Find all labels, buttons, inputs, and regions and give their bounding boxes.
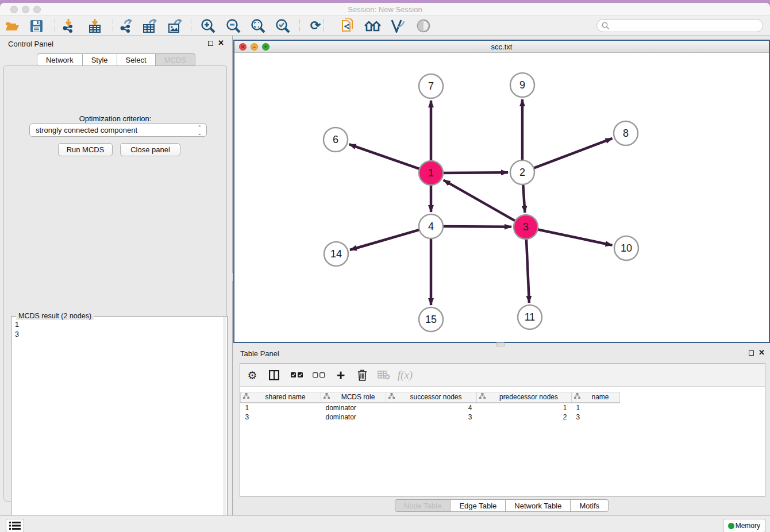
deselect-all-icon[interactable]	[310, 367, 328, 383]
float-panel-icon[interactable]	[208, 41, 213, 46]
cell-name[interactable]: 1	[572, 403, 620, 413]
control-panel: Control Panel ✕ NetworkStyleSelectMCDS O…	[0, 36, 232, 515]
export-table-icon[interactable]	[141, 18, 159, 34]
node-table[interactable]: shared nameMCDS rolesuccessor nodesprede…	[240, 392, 620, 422]
open-file-icon[interactable]	[3, 18, 21, 34]
optimization-criterion-select[interactable]: strongly connected component ⌃⌄	[29, 124, 207, 137]
tab-edge-table[interactable]: Edge Table	[451, 499, 506, 512]
table-toolbar: ⚙ + f	[240, 364, 765, 387]
table-settings-gear-icon[interactable]: ⚙	[244, 367, 261, 383]
svg-text:2: 2	[519, 167, 525, 178]
tab-network-table[interactable]: Network Table	[506, 499, 571, 512]
new-network-from-selection-icon[interactable]	[339, 18, 356, 34]
cell-predecessor-nodes[interactable]: 1	[477, 403, 572, 413]
edge-2-8[interactable]	[533, 138, 613, 168]
network-window-titlebar[interactable]: ✕ − + scc.txt	[234, 41, 769, 53]
edge-3-11[interactable]	[526, 238, 529, 303]
cell-MCDS-role[interactable]: dominator	[321, 413, 386, 422]
add-column-icon[interactable]: +	[332, 367, 349, 383]
edge-3-1[interactable]	[444, 180, 517, 221]
tab-style[interactable]: Style	[83, 53, 117, 66]
status-bar: Memory	[0, 515, 770, 532]
zoom-in-icon[interactable]	[199, 18, 217, 34]
function-builder-icon[interactable]: f(x)	[396, 367, 414, 383]
cell-predecessor-nodes[interactable]: 2	[477, 413, 572, 422]
tab-node-table[interactable]: Node Table	[395, 499, 451, 512]
select-all-icon[interactable]	[288, 367, 306, 383]
cell-name[interactable]: 3	[572, 413, 620, 422]
edge-4-14[interactable]	[350, 229, 421, 250]
mcds-panel: Optimization criterion: strongly connect…	[3, 65, 227, 502]
cell-shared-name[interactable]: 3	[241, 413, 321, 422]
edge-1-6[interactable]	[349, 144, 421, 169]
save-session-icon[interactable]	[28, 18, 45, 34]
edge-2-3[interactable]	[523, 183, 525, 213]
run-mcds-button[interactable]: Run MCDS	[58, 143, 113, 156]
graph-node-6[interactable]: 6	[324, 128, 348, 152]
svg-text:7: 7	[428, 80, 434, 92]
zoom-fit-icon[interactable]	[249, 18, 267, 34]
memory-status-icon	[728, 523, 734, 529]
task-history-button[interactable]	[6, 519, 24, 532]
graph-node-8[interactable]: 8	[614, 121, 638, 145]
close-panel-button[interactable]: Close panel	[120, 143, 180, 156]
search-input[interactable]	[596, 19, 763, 32]
cell-MCDS-role[interactable]: dominator	[321, 403, 386, 413]
delete-table-icon[interactable]	[375, 367, 392, 383]
column-header-name[interactable]: name	[572, 392, 620, 403]
refresh-icon[interactable]: ⟳	[307, 18, 324, 34]
memory-button[interactable]: Memory	[723, 519, 765, 532]
import-table-icon[interactable]	[86, 18, 103, 34]
svg-text:1: 1	[428, 167, 434, 179]
tab-network[interactable]: Network	[37, 53, 83, 66]
column-visibility-icon[interactable]	[265, 367, 283, 383]
graph-node-2[interactable]: 2	[510, 160, 534, 184]
export-network-icon[interactable]	[117, 18, 134, 34]
edge-3-10[interactable]	[537, 229, 613, 245]
edge-4-3[interactable]	[442, 226, 511, 227]
table-panel: Table Panel ✕ ⚙ +	[233, 345, 770, 515]
graph-node-3[interactable]: 3	[514, 215, 538, 239]
mcds-result-text[interactable]: 1 3	[15, 320, 19, 340]
column-header-shared-name[interactable]: shared name	[241, 392, 321, 403]
export-image-icon[interactable]	[167, 18, 184, 34]
close-panel-icon[interactable]: ✕	[218, 38, 224, 47]
toolbar-separator	[299, 20, 300, 32]
zoom-out-icon[interactable]	[225, 18, 242, 34]
zoom-selected-icon[interactable]	[274, 18, 291, 34]
edge-1-2[interactable]	[442, 172, 508, 173]
graph-node-4[interactable]: 4	[419, 214, 443, 238]
table-float-icon[interactable]	[749, 350, 754, 356]
vizmapper-icon[interactable]	[389, 18, 406, 34]
delete-column-trash-icon[interactable]	[353, 367, 371, 383]
import-network-icon[interactable]	[60, 18, 77, 34]
tab-motifs[interactable]: Motifs	[571, 499, 609, 512]
cell-shared-name[interactable]: 1	[241, 403, 321, 413]
cell-successor-nodes[interactable]: 4	[386, 403, 477, 413]
control-panel-header: Control Panel ✕	[0, 36, 232, 52]
graph-node-1[interactable]: 1	[419, 161, 443, 185]
graph-node-7[interactable]: 7	[419, 74, 443, 98]
table-row[interactable]: 1dominator411	[241, 403, 620, 413]
column-header-predecessor-nodes[interactable]: predecessor nodes	[477, 392, 572, 403]
column-header-MCDS-role[interactable]: MCDS role	[321, 392, 386, 403]
svg-text:11: 11	[525, 311, 536, 323]
graph-node-9[interactable]: 9	[510, 73, 534, 97]
tab-mcds[interactable]: MCDS	[156, 53, 195, 66]
column-header-successor-nodes[interactable]: successor nodes	[386, 392, 477, 403]
tab-select[interactable]: Select	[117, 53, 156, 66]
graph-node-15[interactable]: 15	[419, 307, 443, 331]
graph-node-14[interactable]: 14	[324, 242, 348, 266]
cell-successor-nodes[interactable]: 3	[386, 413, 477, 422]
table-close-icon[interactable]: ✕	[759, 348, 765, 357]
svg-text:9: 9	[519, 79, 525, 91]
table-row[interactable]: 3dominator323	[241, 413, 620, 422]
graph-node-10[interactable]: 10	[614, 236, 638, 260]
network-canvas[interactable]: 7968124314101511	[234, 53, 769, 342]
svg-text:3: 3	[523, 221, 529, 233]
graph-node-11[interactable]: 11	[518, 305, 542, 329]
main-area: Control Panel ✕ NetworkStyleSelectMCDS O…	[0, 36, 770, 515]
show-hide-eye-icon[interactable]	[415, 18, 432, 34]
result-scrollbar[interactable]	[223, 317, 226, 531]
home-layout-icon[interactable]	[364, 18, 382, 34]
